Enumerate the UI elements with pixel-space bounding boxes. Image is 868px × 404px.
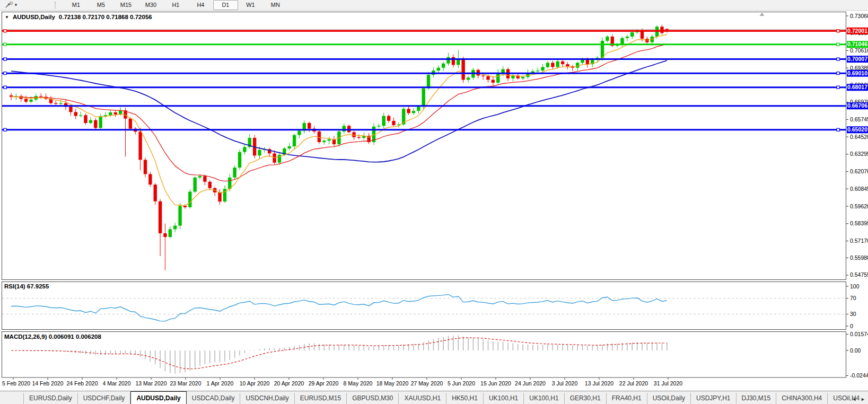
chart-tab-DJ30-M15[interactable]: DJ30,M15 <box>737 393 777 404</box>
dropdown-caret-icon[interactable]: ▼ <box>14 3 18 7</box>
price-axis-tick: 0.73060 <box>850 13 868 19</box>
price-axis-tick: 0.65745 <box>850 116 868 122</box>
date-axis-label: 4 Mar 2020 <box>102 380 130 387</box>
macd-axis-tick: -0.024417 <box>850 372 868 379</box>
chart-tab-USDJPY-H1[interactable]: USDJPY,H1 <box>691 393 736 404</box>
date-axis-label: 14 Feb 2020 <box>32 380 64 387</box>
date-axis-label: 10 Apr 2020 <box>240 380 270 387</box>
timeframe-buttons: M1M5M15M30H1H4D1W1MN <box>64 0 288 10</box>
date-axis-label: 5 Jun 2020 <box>448 380 475 387</box>
macd-header: MACD(12,26,9) 0.006091 0.006208 <box>4 333 101 340</box>
rsi-axis-tick: 100 <box>850 283 860 289</box>
chart-tab-FRA40-H1[interactable]: FRA40,H1 <box>607 393 647 404</box>
tab-scroll-left-icon[interactable]: ◄ <box>852 397 856 402</box>
timeframe-button-M15[interactable]: M15 <box>113 0 138 10</box>
price-axis-tick: 0.62070 <box>850 168 868 174</box>
timeframe-button-H1[interactable]: H1 <box>163 0 188 10</box>
date-axis-label: 24 Jun 2020 <box>515 380 546 387</box>
date-axis-label: 20 Apr 2020 <box>274 380 304 387</box>
chart-tab-USDCNH-Daily[interactable]: USDCNH,Daily <box>240 393 294 404</box>
crosshair-icon <box>5 2 13 8</box>
hline-handle[interactable] <box>837 128 839 131</box>
timeframe-button-H4[interactable]: H4 <box>188 0 213 10</box>
date-axis-label: 15 Jun 2020 <box>480 380 511 387</box>
timeframe-button-D1[interactable]: D1 <box>213 0 238 10</box>
hline-handle[interactable] <box>837 43 839 46</box>
date-axis-label: 13 Jul 2020 <box>585 380 613 387</box>
rsi-axis[interactable]: 10070300 <box>846 283 860 329</box>
price-axis-tick: 0.64520 <box>850 134 868 140</box>
chart-canvas[interactable]: 0.730600.718350.706100.693850.681600.669… <box>0 0 868 392</box>
price-tag-0.72001: 0.72001 <box>847 28 868 34</box>
timeframe-button-W1[interactable]: W1 <box>238 0 263 10</box>
toolbar-grip[interactable] <box>55 2 57 8</box>
chart-tab-GER30-H1[interactable]: GER30,H1 <box>565 393 607 404</box>
chart-tab-CHINA300-H4[interactable]: CHINA300,H4 <box>776 393 828 404</box>
svg-text:0.65020: 0.65020 <box>847 126 867 133</box>
price-tag-0.71046: 0.71046 <box>847 41 868 48</box>
crosshair-tool-button[interactable]: ▼ <box>3 1 20 9</box>
price-tag-0.69010: 0.69010 <box>847 70 868 77</box>
hline-handle[interactable] <box>4 128 6 131</box>
chart-tab-UK100-H1[interactable]: UK100,H1 <box>524 393 564 404</box>
date-axis-label: 31 Jul 2020 <box>654 380 682 387</box>
chart-tab-USOil-Daily[interactable]: USOil,Daily <box>647 393 691 404</box>
main-price-pane[interactable] <box>2 12 846 280</box>
macd-axis-tick: 0.00 <box>850 347 861 354</box>
chart-tab-HK50-H1[interactable]: HK50,H1 <box>446 393 484 404</box>
rsi-axis-tick: 0 <box>850 323 853 329</box>
date-axis[interactable]: 5 Feb 202014 Feb 202024 Feb 20204 Mar 20… <box>2 378 682 387</box>
macd-axis[interactable]: 0.0157410.00-0.024417 <box>846 331 868 379</box>
timeframe-button-M30[interactable]: M30 <box>138 0 163 10</box>
hline-handle[interactable] <box>837 30 839 32</box>
svg-text:0.68017: 0.68017 <box>847 84 867 90</box>
chart-tab-EURUSD-Daily[interactable]: EURUSD,Daily <box>23 393 78 404</box>
hline-handle[interactable] <box>4 86 6 89</box>
chart-ohlc-values: 0.72138 0.72170 0.71868 0.72056 <box>59 14 152 20</box>
date-axis-label: 8 May 2020 <box>344 380 373 387</box>
svg-text:0.69010: 0.69010 <box>847 70 867 76</box>
svg-text:0.71046: 0.71046 <box>847 41 867 47</box>
rsi-pane[interactable] <box>2 282 846 330</box>
hline-handle[interactable] <box>4 43 6 46</box>
macd-pane[interactable] <box>2 332 846 378</box>
price-tag-0.70007: 0.70007 <box>847 56 868 63</box>
price-axis-tick: 0.59620 <box>850 203 868 209</box>
rsi-axis-tick: 30 <box>850 311 856 317</box>
price-axis-tick: 0.54755 <box>850 271 868 278</box>
timeframe-button-M5[interactable]: M5 <box>89 0 113 10</box>
hline-handle[interactable] <box>837 72 839 75</box>
rsi-header: RSI(14) 67.9255 <box>4 283 49 289</box>
hline-handle[interactable] <box>4 58 6 60</box>
svg-text:0.70007: 0.70007 <box>847 56 867 62</box>
chart-tab-EURUSD-M15[interactable]: EURUSD,M15 <box>295 393 347 404</box>
price-axis-tick: 0.63295 <box>850 151 868 157</box>
hline-handle[interactable] <box>4 30 6 32</box>
chart-tab-AUDUSD-Daily[interactable]: AUDUSD,Daily <box>130 391 186 404</box>
hline-handle[interactable] <box>837 86 839 89</box>
hline-handle[interactable] <box>4 72 6 75</box>
chart-tab-USDCAD-Daily[interactable]: USDCAD,Daily <box>187 393 241 404</box>
chart-title: ▼ AUDUSD,Daily 0.72138 0.72170 0.71868 0… <box>5 14 152 20</box>
chart-tab-UK100-H1[interactable]: UK100,H1 <box>484 393 524 404</box>
date-axis-label: 22 Jul 2020 <box>619 380 648 387</box>
date-axis-label: 5 Feb 2020 <box>2 380 30 387</box>
chart-tab-GBPUSD-M30[interactable]: GBPUSD,M30 <box>347 393 399 404</box>
timeframe-button-M1[interactable]: M1 <box>64 0 89 10</box>
price-axis-tick: 0.58395 <box>850 220 868 226</box>
price-axis[interactable]: 0.730600.718350.706100.693850.681600.669… <box>846 13 868 278</box>
date-axis-label: 23 Mar 2020 <box>170 380 201 387</box>
date-axis-label: 3 Jul 2020 <box>552 380 578 387</box>
price-tag-0.65020: 0.65020 <box>847 126 868 133</box>
toolbar: ▼ M1M5M15M30H1H4D1W1MN <box>0 0 868 11</box>
date-axis-label: 13 Mar 2020 <box>136 380 167 387</box>
timeframe-button-MN[interactable]: MN <box>263 0 288 10</box>
date-axis-label: 27 May 2020 <box>411 380 443 387</box>
symbol-dropdown-icon[interactable]: ▼ <box>5 15 9 20</box>
price-axis-tick: 0.57170 <box>850 238 868 244</box>
tab-scroll-right-icon[interactable]: ► <box>861 397 865 402</box>
chart-tab-bar: EURUSD,DailyUSDCHF,DailyAUDUSD,DailyUSDC… <box>0 391 868 404</box>
hline-handle[interactable] <box>837 58 839 60</box>
chart-tab-USDCHF-Daily[interactable]: USDCHF,Daily <box>78 393 131 404</box>
chart-tab-XAUUSD-H1[interactable]: XAUUSD,H1 <box>399 393 446 404</box>
